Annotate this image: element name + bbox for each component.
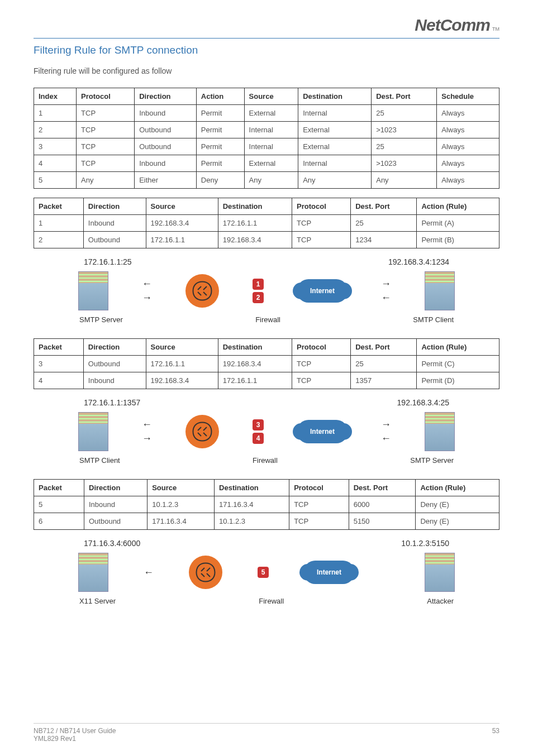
arrow-left-icon: ← [381, 292, 391, 304]
packet-cell: Permit (D) [417, 372, 499, 389]
packet-cell: Outbound [83, 356, 146, 372]
packet-cell: 1234 [351, 232, 417, 248]
rules-col-header: Source [244, 88, 298, 105]
network-diagram: 172.16.1.1:1357192.168.3.4:25←→34Interne… [34, 398, 499, 465]
packet-cell: TCP [292, 232, 351, 248]
rules-col-header: Schedule [437, 88, 499, 105]
rules-cell: Permit [196, 138, 244, 155]
packet-cell: 2 [34, 232, 84, 248]
server-icon [78, 412, 108, 451]
table-row: 4Inbound192.168.3.4172.16.1.1TCP1357Perm… [34, 372, 499, 389]
footer-rev: YML829 Rev1 [34, 735, 116, 743]
rules-cell: 25 [372, 105, 437, 122]
rules-cell: Any [298, 172, 372, 189]
internet-cloud-icon: Internet [297, 279, 348, 303]
footer-page: 53 [492, 727, 499, 743]
rules-cell: Internal [244, 122, 298, 138]
packet-cell: TCP [289, 496, 349, 513]
right-address: 10.1.2.3:5150 [401, 539, 449, 548]
rules-cell: 25 [372, 138, 437, 155]
page-footer: NB712 / NB714 User Guide YML829 Rev1 53 [34, 723, 499, 743]
filtering-rules-table: IndexProtocolDirectionActionSourceDestin… [34, 88, 499, 189]
rules-cell: Always [437, 105, 499, 122]
rules-col-header: Protocol [77, 88, 135, 105]
arrow-right-icon: → [381, 278, 391, 290]
rules-cell: Any [372, 172, 437, 189]
brand-tm: TM [492, 26, 499, 32]
packet-cell: 192.168.3.4 [146, 372, 218, 389]
rules-col-header: Action [196, 88, 244, 105]
section-title: Filtering Rule for SMTP connection [34, 44, 499, 56]
rules-cell: Internal [298, 105, 372, 122]
packet-col-header: Protocol [292, 339, 351, 356]
rules-cell: Always [437, 155, 499, 172]
brand-name: NetComm [415, 16, 490, 35]
rules-cell: Internal [298, 155, 372, 172]
packet-cell: 6000 [349, 496, 416, 513]
left-node-label: X11 Server [79, 597, 116, 605]
packet-cell: 192.168.3.4 [218, 232, 292, 248]
packet-col-header: Dest. Port [349, 480, 416, 496]
server-icon [78, 553, 108, 592]
packet-badge: 4 [253, 433, 264, 444]
rules-cell: External [298, 138, 372, 155]
internet-cloud-icon: Internet [304, 561, 354, 584]
rules-cell: Permit [196, 105, 244, 122]
packet-col-header: Source [146, 339, 218, 356]
footer-guide: NB712 / NB714 User Guide [34, 727, 116, 735]
packet-badge: 3 [253, 419, 264, 430]
rules-cell: 4 [34, 155, 77, 172]
firewall-icon [189, 556, 222, 589]
rules-cell: Internal [244, 138, 298, 155]
internet-cloud-icon: Internet [297, 420, 348, 443]
packet-col-header: Direction [83, 198, 146, 215]
packet-col-header: Action (Rule) [417, 198, 499, 215]
packet-cell: 192.168.3.4 [146, 215, 218, 232]
rules-cell: External [298, 122, 372, 138]
packet-cell: 25 [351, 215, 417, 232]
server-icon [425, 553, 455, 592]
server-icon [78, 271, 108, 310]
rules-cell: TCP [77, 105, 135, 122]
right-address: 192.168.3.4:1234 [388, 257, 449, 266]
table-row: 1Inbound192.168.3.4172.16.1.1TCP25Permit… [34, 215, 499, 232]
packet-cell: 5 [34, 496, 84, 513]
rules-cell: Inbound [135, 155, 197, 172]
table-row: 6Outbound171.16.3.410.1.2.3TCP5150Deny (… [34, 513, 499, 530]
packet-cell: 172.16.1.1 [218, 372, 292, 389]
arrow-left-icon: ← [144, 567, 154, 578]
rules-col-header: Dest. Port [372, 88, 437, 105]
packet-cell: Permit (A) [417, 215, 499, 232]
packet-cell: Inbound [83, 372, 146, 389]
rules-cell: Permit [196, 122, 244, 138]
packet-table: PacketDirectionSourceDestinationProtocol… [34, 198, 499, 248]
packet-badge: 1 [253, 279, 264, 290]
arrow-right-icon: → [142, 433, 152, 444]
packet-col-header: Protocol [289, 480, 349, 496]
firewall-label: Firewall [259, 597, 284, 605]
rules-cell: >1023 [372, 122, 437, 138]
packet-cell: Deny (E) [416, 496, 499, 513]
rules-cell: External [244, 155, 298, 172]
network-diagram: 172.16.1.1:25192.168.3.4:1234←→12Interne… [34, 257, 499, 324]
rules-cell: Any [244, 172, 298, 189]
packet-col-header: Destination [218, 198, 292, 215]
packet-col-header: Direction [84, 480, 147, 496]
packet-col-header: Protocol [292, 198, 351, 215]
left-address: 172.16.1.1:25 [84, 257, 132, 266]
packet-col-header: Action (Rule) [416, 480, 499, 496]
rules-cell: Outbound [135, 122, 197, 138]
packet-cell: 172.16.1.1 [146, 232, 218, 248]
server-icon [425, 271, 455, 310]
left-node-label: SMTP Server [79, 315, 123, 324]
firewall-icon [185, 274, 219, 308]
rules-cell: Inbound [135, 105, 197, 122]
packet-cell: 1 [34, 215, 84, 232]
rules-cell: Deny [196, 172, 244, 189]
table-row: 2TCPOutboundPermitInternalExternal>1023A… [34, 122, 499, 138]
packet-col-header: Packet [34, 339, 84, 356]
packet-cell: Permit (C) [417, 356, 499, 372]
packet-cell: 171.16.3.4 [215, 496, 289, 513]
arrow-left-icon: ← [142, 278, 152, 290]
packet-cell: 1357 [351, 372, 417, 389]
